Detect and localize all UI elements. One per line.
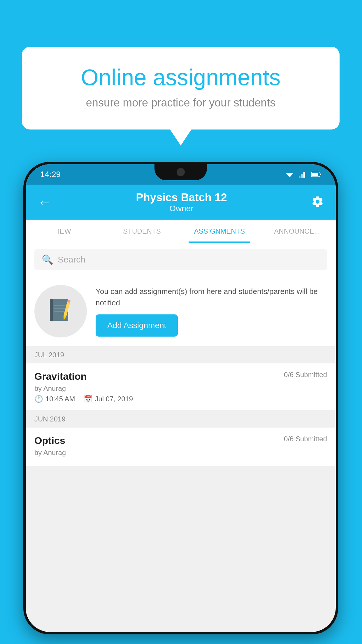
search-bar[interactable]: 🔍 Search [34,249,327,270]
assignment-date: 📅 Jul 07, 2019 [84,395,133,403]
app-bar-title-container: Physics Batch 12 Owner [136,191,227,213]
svg-rect-3 [301,174,303,178]
signal-icon [299,171,307,178]
notch [154,164,207,180]
info-text-container: You can add assignment(s) from here and … [96,286,327,337]
app-bar-title: Physics Batch 12 [136,191,227,204]
svg-rect-7 [312,173,318,176]
tab-students[interactable]: STUDENTS [103,220,181,243]
gear-icon [311,195,324,208]
assignment-row-top: Gravitation 0/6 Submitted [34,371,327,382]
speech-bubble-container: Online assignments ensure more practice … [22,47,340,130]
search-container: 🔍 Search [26,243,336,276]
assignment-submitted-optics: 0/6 Submitted [284,435,327,443]
status-icons [285,171,321,178]
phone-inner: 14:29 [26,164,336,632]
speech-bubble-subtitle: ensure more practice for your students [45,97,316,109]
speech-bubble: Online assignments ensure more practice … [22,47,340,130]
svg-rect-2 [299,176,301,178]
assignment-item-optics[interactable]: Optics 0/6 Submitted by Anurag [26,428,336,467]
app-bar-subtitle: Owner [136,204,227,213]
svg-rect-10 [54,305,65,306]
settings-button[interactable] [311,195,324,209]
assignment-meta: 🕐 10:45 AM 📅 Jul 07, 2019 [34,395,327,403]
section-header-jul: JUL 2019 [26,346,336,363]
search-icon: 🔍 [42,254,53,265]
calendar-icon: 📅 [84,395,92,403]
tab-announcements[interactable]: ANNOUNCE... [258,220,336,243]
assignment-name: Gravitation [34,371,87,382]
status-bar: 14:29 [26,164,336,185]
info-box: You can add assignment(s) from here and … [26,276,336,346]
tab-assignments[interactable]: ASSIGNMENTS [181,220,258,243]
clock-icon: 🕐 [34,395,43,403]
speech-bubble-title: Online assignments [45,64,316,91]
camera [177,168,185,176]
svg-rect-12 [54,311,65,312]
tab-bar: IEW STUDENTS ASSIGNMENTS ANNOUNCE... [26,220,336,243]
assignment-submitted: 0/6 Submitted [284,371,327,379]
assignment-row-top-optics: Optics 0/6 Submitted [34,435,327,446]
svg-rect-9 [50,299,53,321]
back-button[interactable]: ← [37,194,52,211]
section-header-jun: JUN 2019 [26,411,336,428]
notebook-icon [48,298,73,325]
assignment-author-optics: by Anurag [34,449,327,457]
battery-icon [311,172,321,177]
assignment-icon-circle [34,285,87,337]
assignment-time: 🕐 10:45 AM [34,395,75,403]
status-time: 14:29 [40,170,61,179]
app-bar: ← Physics Batch 12 Owner [26,185,336,220]
search-placeholder: Search [58,255,85,265]
phone-frame: 14:29 [23,162,338,634]
wifi-icon [285,171,294,178]
svg-rect-4 [303,172,305,178]
add-assignment-button[interactable]: Add Assignment [96,314,178,337]
info-text: You can add assignment(s) from here and … [96,286,327,309]
assignment-item-gravitation[interactable]: Gravitation 0/6 Submitted by Anurag 🕐 10… [26,363,336,411]
svg-rect-11 [54,308,65,309]
assignment-name-optics: Optics [34,435,65,446]
svg-rect-6 [320,174,321,175]
assignment-author: by Anurag [34,384,327,393]
tab-iew[interactable]: IEW [26,220,103,243]
